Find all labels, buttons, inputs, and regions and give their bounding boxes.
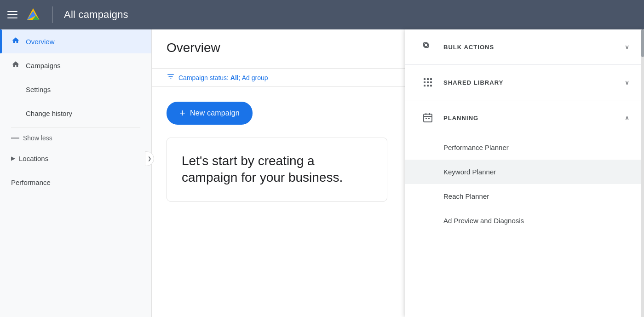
plus-icon: + xyxy=(179,107,185,119)
shared-library-icon xyxy=(420,74,436,91)
right-scrollbar xyxy=(641,29,644,317)
bulk-actions-icon xyxy=(420,39,436,55)
filter-icon xyxy=(167,72,175,83)
filter-bold: All xyxy=(230,74,239,81)
bulk-actions-chevron: ∨ xyxy=(625,43,629,51)
sidebar: Overview Campaigns Settings Change histo… xyxy=(0,29,152,317)
svg-rect-14 xyxy=(424,114,432,122)
filter-suffix: ; Ad group xyxy=(239,74,268,81)
page-title: All campaigns xyxy=(64,9,128,21)
start-text: Let's start by creating a campaign for y… xyxy=(182,153,372,186)
scrollbar-thumb xyxy=(641,29,644,57)
show-less-label: Show less xyxy=(23,134,52,142)
planning-chevron: ∧ xyxy=(625,114,629,121)
svg-rect-10 xyxy=(430,81,432,83)
sidebar-label-locations: Locations xyxy=(19,155,48,162)
svg-rect-9 xyxy=(427,81,429,83)
panel-section-shared-library: SHARED LIBRARY ∨ xyxy=(405,65,644,100)
campaigns-icon xyxy=(11,60,20,70)
sidebar-label-performance: Performance xyxy=(11,179,51,186)
show-less-button[interactable]: — Show less xyxy=(0,129,151,146)
sidebar-divider xyxy=(11,127,140,127)
shared-library-chevron: ∨ xyxy=(625,79,629,86)
svg-rect-19 xyxy=(428,118,430,119)
sidebar-label-settings: Settings xyxy=(26,86,51,93)
sidebar-item-settings[interactable]: Settings xyxy=(0,77,151,101)
bulk-actions-title: BULK ACTIONS xyxy=(443,44,617,51)
planning-title: PLANNING xyxy=(443,115,617,121)
panel-section-planning: PLANNING ∧ Performance Planner Keyword P… xyxy=(405,100,644,233)
sidebar-item-change-history[interactable]: Change history xyxy=(0,101,151,125)
sidebar-label-overview: Overview xyxy=(26,38,55,46)
svg-rect-11 xyxy=(424,85,426,86)
sidebar-item-overview[interactable]: Overview xyxy=(0,29,151,53)
chevron-right-icon: ▶ xyxy=(11,155,15,161)
hamburger-button[interactable] xyxy=(7,11,17,18)
google-ads-logo xyxy=(25,6,41,23)
svg-rect-13 xyxy=(430,85,432,86)
planning-header[interactable]: PLANNING ∧ xyxy=(405,100,644,135)
dash-icon: — xyxy=(11,133,19,143)
planning-icon xyxy=(420,110,436,126)
panel-item-reach-planner[interactable]: Reach Planner xyxy=(405,184,644,208)
shared-library-header[interactable]: SHARED LIBRARY ∨ xyxy=(405,65,644,100)
svg-rect-12 xyxy=(427,85,429,86)
sidebar-label-campaigns: Campaigns xyxy=(26,62,61,69)
svg-rect-6 xyxy=(427,78,429,80)
svg-rect-18 xyxy=(426,118,427,119)
svg-rect-7 xyxy=(430,78,432,80)
right-panel: BULK ACTIONS ∨ SHARED LIBRARY ∨ xyxy=(405,29,644,317)
panel-item-ad-preview[interactable]: Ad Preview and Diagnosis xyxy=(405,208,644,233)
sidebar-label-change-history: Change history xyxy=(26,110,72,117)
new-campaign-button[interactable]: + New campaign xyxy=(167,102,253,125)
svg-rect-5 xyxy=(424,78,426,80)
planning-items: Performance Planner Keyword Planner Reac… xyxy=(405,135,644,233)
new-campaign-label: New campaign xyxy=(190,109,240,117)
filter-text-prefix: Campaign status: xyxy=(178,74,230,81)
filter-label: Campaign status: All; Ad group xyxy=(178,74,268,81)
panel-item-performance-planner[interactable]: Performance Planner xyxy=(405,135,644,160)
shared-library-title: SHARED LIBRARY xyxy=(443,79,617,86)
home-icon xyxy=(11,36,20,46)
svg-rect-8 xyxy=(424,81,426,83)
sidebar-item-locations[interactable]: ▶ Locations xyxy=(0,146,151,170)
app-header: All campaigns xyxy=(0,0,644,29)
chevron-right-icon: ❯ xyxy=(148,156,151,161)
sidebar-item-performance[interactable]: Performance xyxy=(0,170,151,194)
start-card: Let's start by creating a campaign for y… xyxy=(167,138,387,202)
sidebar-item-campaigns[interactable]: Campaigns xyxy=(0,53,151,77)
panel-item-keyword-planner[interactable]: Keyword Planner xyxy=(405,160,644,184)
panel-section-bulk-actions: BULK ACTIONS ∨ xyxy=(405,29,644,65)
bulk-actions-header[interactable]: BULK ACTIONS ∨ xyxy=(405,29,644,64)
header-divider xyxy=(52,6,53,23)
